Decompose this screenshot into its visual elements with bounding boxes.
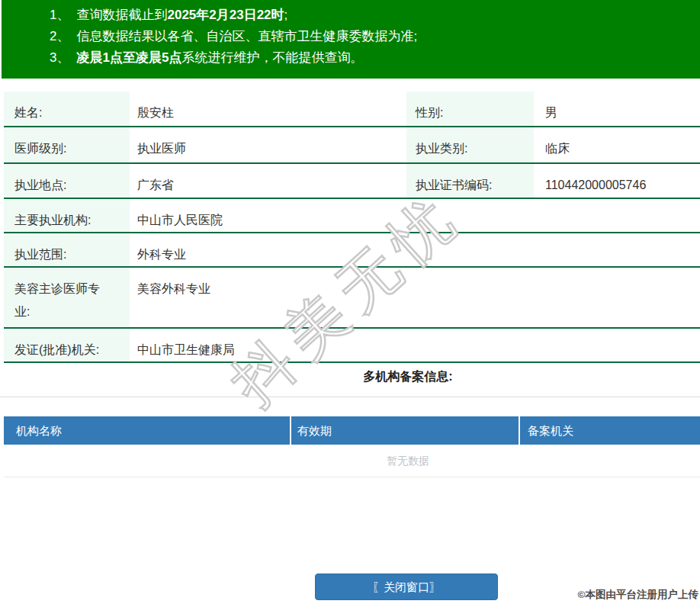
cert-no-value: 110442000005746: [534, 163, 700, 198]
upload-credit-watermark: ©本图由平台注册用户上传: [578, 588, 698, 602]
level-label: 医师级别:: [4, 127, 130, 163]
cosmetic-specialty-label: 美容主诊医师专业:: [4, 267, 130, 328]
cert-no-label: 执业证书编码:: [406, 163, 534, 198]
category-label: 执业类别:: [406, 127, 534, 163]
section-divider: [0, 397, 700, 397]
notice-line-2: 2、信息数据结果以各省、自治区、直辖市卫生健康委数据为准;: [50, 29, 685, 44]
close-window-button[interactable]: 〖关闭窗口〗: [315, 573, 498, 600]
notice-number: 2、: [50, 29, 69, 43]
notice-line-3: 3、凌晨1点至凌晨5点系统进行维护，不能提供查询。: [50, 50, 685, 66]
table-row: 美容主诊医师专业: 美容外科专业: [4, 267, 700, 328]
scope-value: 外科专业: [130, 233, 700, 267]
notice-line-1: 1、查询数据截止到2025年2月23日22时;: [50, 8, 685, 23]
column-header-validity: 有效期: [291, 416, 520, 445]
table-row: 执业范围: 外科专业: [4, 233, 700, 267]
column-header-authority: 备案机关: [520, 416, 700, 445]
location-label: 执业地点:: [4, 163, 130, 198]
records-section-title: 多机构备案信息:: [4, 369, 700, 385]
doctor-profile-table: 姓名: 殷安柱 性别: 男 医师级别: 执业医师 执业类别: 临床 执业地点: …: [4, 92, 700, 363]
main-org-label: 主要执业机构:: [4, 198, 130, 233]
gender-value: 男: [534, 92, 700, 127]
issuer-label: 发证(批准)机关:: [4, 328, 130, 362]
table-row: 发证(批准)机关: 中山市卫生健康局: [4, 328, 700, 362]
query-result-page: 1、查询数据截止到2025年2月23日22时; 2、信息数据结果以各省、自治区、…: [0, 0, 700, 604]
table-row: 执业地点: 广东省 执业证书编码: 110442000005746: [4, 163, 700, 198]
main-org-value: 中山市人民医院: [130, 198, 700, 233]
cosmetic-specialty-value: 美容外科专业: [130, 267, 700, 328]
records-empty-placeholder: 暂无数据: [4, 445, 700, 477]
table-row: 姓名: 殷安柱 性别: 男: [4, 92, 700, 127]
location-value: 广东省: [130, 163, 406, 198]
records-table-header: 机构名称 有效期 备案机关: [4, 416, 700, 445]
level-value: 执业医师: [130, 127, 406, 163]
name-label: 姓名:: [4, 92, 130, 127]
name-value: 殷安柱: [130, 92, 406, 127]
gender-label: 性别:: [406, 92, 534, 127]
issuer-value: 中山市卫生健康局: [130, 328, 700, 362]
notice-number: 3、: [50, 50, 69, 65]
scope-label: 执业范围:: [4, 233, 130, 267]
category-value: 临床: [534, 127, 700, 163]
table-row: 医师级别: 执业医师 执业类别: 临床: [4, 127, 700, 163]
table-row: 主要执业机构: 中山市人民医院: [4, 198, 700, 233]
notice-banner: 1、查询数据截止到2025年2月23日22时; 2、信息数据结果以各省、自治区、…: [2, 0, 700, 79]
column-header-institution: 机构名称: [4, 416, 291, 445]
notice-number: 1、: [50, 8, 69, 22]
